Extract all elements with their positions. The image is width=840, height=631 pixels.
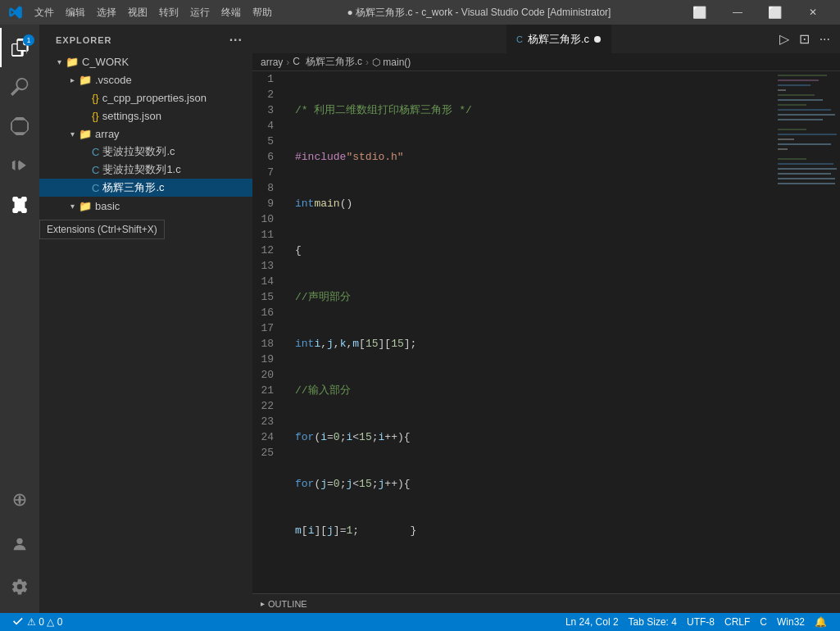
minimize-button[interactable]: — — [719, 0, 756, 25]
tree-item-c-cpp-props[interactable]: {} c_cpp_properties.json — [39, 89, 252, 107]
chevron-down-icon: ▾ — [52, 57, 66, 66]
status-remote[interactable]: ⚠ 0 △ 0 — [8, 613, 67, 631]
menu-edit[interactable]: 编辑 — [61, 4, 90, 21]
svg-rect-5 — [778, 79, 819, 81]
menu-view[interactable]: 视图 — [123, 4, 152, 21]
line-4: 4 — [252, 118, 280, 134]
line-21: 21 — [252, 383, 280, 398]
svg-rect-15 — [778, 134, 837, 135]
line-16: 16 — [252, 305, 280, 320]
tree-item-cwork[interactable]: ▾ 📁 C_WORK — [39, 52, 252, 70]
tab-actions: ▷ ⊡ ··· — [776, 30, 840, 48]
run-icon[interactable]: ▷ — [776, 30, 792, 48]
main-layout: 1 Extensions (Ctrl+Shift+X) — [0, 25, 840, 613]
more-actions-icon[interactable]: ··· — [816, 30, 833, 48]
line-6: 6 — [252, 149, 280, 165]
svg-point-2 — [16, 538, 22, 544]
activity-search[interactable] — [0, 67, 39, 107]
folder-icon: 📁 — [79, 200, 92, 212]
sidebar-title: EXPLORER — [56, 35, 112, 45]
svg-rect-22 — [778, 173, 831, 175]
breadcrumb: array › C 杨辉三角形.c › ⬡ main() — [252, 53, 840, 71]
svg-rect-7 — [778, 89, 786, 91]
breadcrumb-file[interactable]: C 杨辉三角形.c — [293, 55, 362, 69]
svg-rect-13 — [778, 119, 823, 120]
code-editor: 1 2 3 4 5 6 7 8 9 10 11 12 13 14 15 16 1… — [252, 71, 840, 593]
tree-item-yanghui[interactable]: C 杨辉三角形.c — [39, 179, 252, 197]
tree-item-vscode[interactable]: ▸ 📁 .vscode — [39, 70, 252, 89]
status-language[interactable]: C — [755, 613, 772, 631]
activity-explorer[interactable]: 1 — [0, 28, 39, 67]
svg-rect-24 — [778, 183, 835, 184]
status-line-col[interactable]: Ln 24, Col 2 — [561, 613, 624, 631]
status-tabsize[interactable]: Tab Size: 4 — [624, 613, 682, 631]
menu-help[interactable]: 帮助 — [247, 4, 277, 21]
line-13: 13 — [252, 258, 280, 274]
editor-area: C 杨辉三角形.c ▷ ⊡ ··· array › C 杨辉三角形.c › ⬡ … — [252, 25, 840, 613]
svg-rect-8 — [778, 94, 815, 96]
outline-panel[interactable]: ▸ OUTLINE — [252, 593, 840, 613]
titlebar: 文件 编辑 选择 视图 转到 运行 终端 帮助 ● 杨辉三角形.c - c_wo… — [0, 0, 840, 25]
status-right: Ln 24, Col 2 Tab Size: 4 UTF-8 CRLF C Wi… — [561, 613, 832, 631]
sidebar: EXPLORER ··· ▾ 📁 C_WORK ▸ 📁 .vscode {} c… — [39, 25, 252, 613]
code-content[interactable]: /* 利用二维数组打印杨辉三角形 */ #include "stdio.h" i… — [288, 71, 774, 593]
sidebar-more-button[interactable]: ··· — [229, 33, 243, 48]
json-icon: {} — [92, 110, 99, 122]
line-7: 7 — [252, 165, 280, 180]
svg-rect-19 — [778, 158, 806, 160]
fibonacci-label: 斐波拉契数列.c — [102, 144, 175, 159]
menu-selection[interactable]: 选择 — [92, 4, 121, 21]
tree-item-fibonacci[interactable]: C 斐波拉契数列.c — [39, 143, 252, 161]
svg-rect-16 — [778, 138, 794, 140]
tab-yanghui[interactable]: C 杨辉三角形.c — [506, 25, 611, 53]
breadcrumb-array[interactable]: array — [261, 57, 283, 68]
svg-rect-23 — [778, 178, 835, 179]
line-24: 24 — [252, 429, 280, 445]
activity-bottom — [0, 480, 39, 613]
breadcrumb-symbol[interactable]: ⬡ main() — [372, 57, 411, 68]
menu-go[interactable]: 转到 — [154, 4, 184, 21]
activity-settings[interactable] — [0, 567, 39, 606]
status-tabsize-text: Tab Size: 4 — [629, 616, 677, 628]
code-line-1: /* 利用二维数组打印杨辉三角形 */ — [295, 102, 774, 118]
tree-item-fibonacci1[interactable]: C 斐波拉契数列1.c — [39, 161, 252, 179]
activity-run[interactable] — [0, 146, 39, 185]
code-line-4: { — [295, 243, 774, 258]
breadcrumb-sep1: › — [286, 57, 289, 68]
menu-bar: 文件 编辑 选择 视图 转到 运行 终端 帮助 — [30, 4, 277, 21]
tab-bar: C 杨辉三角形.c ▷ ⊡ ··· — [252, 25, 840, 53]
status-platform[interactable]: Win32 — [772, 613, 810, 631]
activity-extensions[interactable] — [0, 185, 39, 225]
window-title: ● 杨辉三角形.c - c_work - Visual Studio Code … — [347, 6, 611, 20]
tree-item-array[interactable]: ▾ 📁 array — [39, 125, 252, 143]
line-22: 22 — [252, 398, 280, 414]
svg-rect-20 — [778, 163, 833, 165]
tree-item-settings[interactable]: {} settings.json — [39, 107, 252, 125]
code-line-10: m[i][j]=1; } — [295, 523, 774, 538]
activity-git[interactable] — [0, 107, 39, 146]
tree-item-basic[interactable]: ▾ 📁 basic — [39, 197, 252, 215]
status-notifications[interactable]: 🔔 — [810, 613, 832, 631]
status-bar: ⚠ 0 △ 0 Ln 24, Col 2 Tab Size: 4 UTF-8 C… — [0, 613, 840, 631]
line-5: 5 — [252, 134, 280, 149]
svg-rect-10 — [778, 104, 806, 106]
close-button[interactable]: ✕ — [794, 0, 832, 25]
menu-run[interactable]: 运行 — [185, 4, 215, 21]
activity-account[interactable] — [0, 524, 39, 564]
restore-button[interactable]: ⬜ — [681, 0, 719, 25]
status-lineending[interactable]: CRLF — [720, 613, 755, 631]
activity-remote[interactable] — [0, 480, 39, 520]
breadcrumb-sep2: › — [366, 57, 369, 68]
chevron-down-icon: ▾ — [66, 129, 79, 138]
outline-label: OUTLINE — [268, 599, 307, 609]
menu-file[interactable]: 文件 — [30, 4, 59, 21]
svg-rect-14 — [778, 129, 806, 130]
split-icon[interactable]: ⊡ — [796, 30, 813, 48]
menu-terminal[interactable]: 终端 — [216, 4, 246, 21]
line-25: 25 — [252, 445, 280, 461]
titlebar-left: 文件 编辑 选择 视图 转到 运行 终端 帮助 — [8, 4, 277, 21]
minimap — [774, 71, 840, 593]
status-encoding[interactable]: UTF-8 — [682, 613, 720, 631]
maximize-button[interactable]: ⬜ — [756, 0, 794, 25]
line-14: 14 — [252, 274, 280, 289]
